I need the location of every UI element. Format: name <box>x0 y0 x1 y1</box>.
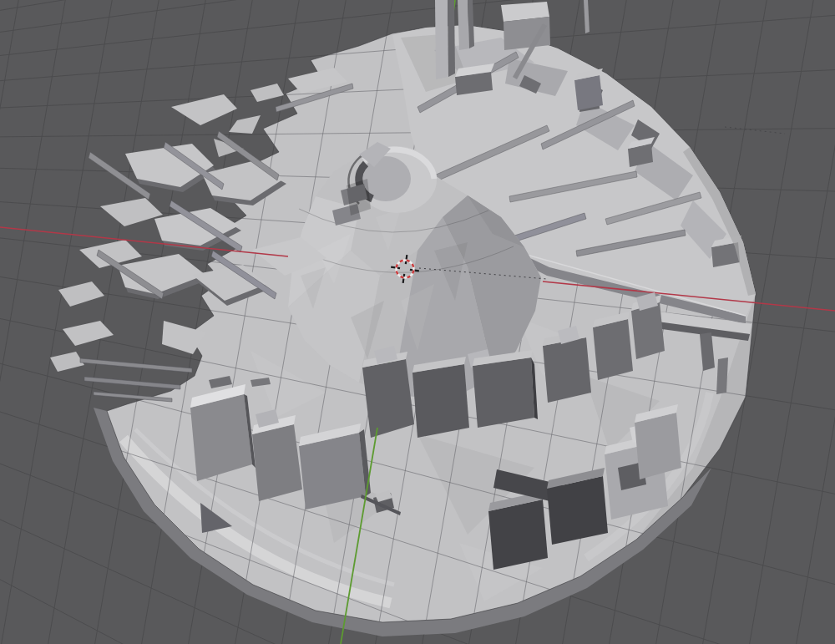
viewport-3d[interactable] <box>0 0 835 644</box>
3d-scene-canvas[interactable] <box>0 0 835 644</box>
